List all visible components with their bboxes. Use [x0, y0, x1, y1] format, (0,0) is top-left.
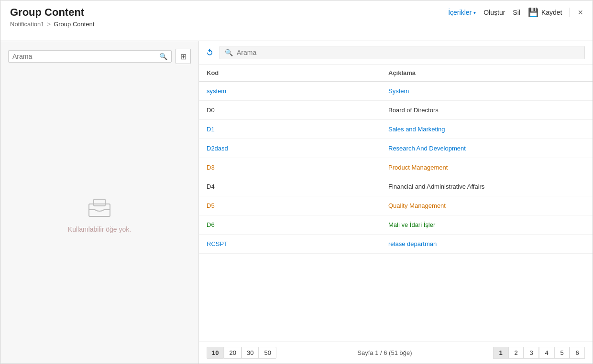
delete-button[interactable]: Sil: [513, 9, 520, 16]
cell-description: Financial and Administrative Affairs: [381, 177, 593, 196]
table-row[interactable]: systemSystem: [199, 82, 593, 101]
right-panel: ↺ 🔍 Kod Açıklama systemSystemD: [199, 41, 593, 364]
data-table-wrap: Kod Açıklama systemSystemD0Board of Dire…: [199, 64, 593, 342]
page-nav-button[interactable]: 4: [539, 347, 554, 359]
create-button[interactable]: Oluştur: [483, 9, 505, 16]
cell-code: D0: [199, 101, 381, 120]
save-icon: 💾: [528, 7, 538, 18]
refresh-button[interactable]: ↺: [207, 47, 214, 58]
cell-code: D2dasd: [199, 139, 381, 158]
cell-code: D4: [199, 177, 381, 196]
page-size-button[interactable]: 50: [259, 347, 276, 359]
refresh-icon: ↺: [204, 46, 216, 59]
table-row[interactable]: RCSPTrelase departman: [199, 235, 593, 254]
empty-inbox-icon: [85, 194, 114, 220]
cell-code: D6: [199, 215, 381, 235]
page-size-button[interactable]: 30: [242, 347, 259, 359]
cell-description: Research And Development: [381, 139, 593, 158]
left-search-wrap: 🔍: [8, 50, 172, 63]
add-icon: ⊞: [180, 52, 187, 61]
table-row[interactable]: D2dasdResearch And Development: [199, 139, 593, 158]
title-actions: İçerikler ▾ Oluştur Sil 💾 Kaydet ×: [448, 7, 583, 18]
cell-code: RCSPT: [199, 235, 381, 254]
table-row[interactable]: D5Quality Management: [199, 196, 593, 215]
page-nav-button[interactable]: 5: [554, 347, 570, 359]
page-title: Group Content: [10, 6, 448, 19]
page-nav-button[interactable]: 6: [570, 347, 585, 359]
right-search-wrap: 🔍: [220, 46, 585, 59]
page-nav-button[interactable]: 2: [508, 347, 524, 359]
save-button[interactable]: 💾 Kaydet: [528, 7, 562, 18]
contents-button[interactable]: İçerikler ▾: [448, 9, 476, 16]
cell-code: D3: [199, 158, 381, 177]
left-search-button[interactable]: 🔍: [159, 53, 167, 60]
table-row[interactable]: D6Mali ve İdari İşler: [199, 215, 593, 235]
cell-description: Product Management: [381, 158, 593, 177]
cell-code: D1: [199, 120, 381, 139]
cell-code: D5: [199, 196, 381, 215]
right-search-icon: 🔍: [225, 49, 233, 56]
page-size-button[interactable]: 10: [207, 347, 224, 359]
page-info: Sayfa 1 / 6 (51 öğe): [276, 349, 493, 356]
contents-label: İçerikler: [448, 9, 472, 16]
left-panel: 🔍 ⊞ Kullanılabilir öğe yok.: [0, 41, 199, 364]
cell-description: Mali ve İdari İşler: [381, 215, 593, 235]
table-row[interactable]: D4Financial and Administrative Affairs: [199, 177, 593, 196]
breadcrumb-current: Group Content: [54, 21, 94, 28]
svg-rect-1: [94, 199, 105, 206]
cell-description: Sales and Marketing: [381, 120, 593, 139]
table-row[interactable]: D3Product Management: [199, 158, 593, 177]
close-button[interactable]: ×: [578, 8, 583, 18]
page-nav-button[interactable]: 3: [524, 347, 539, 359]
breadcrumb-parent: Notification1: [10, 21, 44, 28]
page-size-group: 10203050: [207, 347, 276, 359]
table-row[interactable]: D1Sales and Marketing: [199, 120, 593, 139]
table-row[interactable]: D0Board of Directors: [199, 101, 593, 120]
col-header-description: Açıklama: [381, 64, 593, 82]
cell-description: System: [381, 82, 593, 101]
left-search-bar: 🔍 ⊞: [8, 49, 191, 64]
search-icon: 🔍: [159, 53, 167, 60]
cell-description: Board of Directors: [381, 101, 593, 120]
toolbar-divider: [570, 8, 570, 17]
data-table: Kod Açıklama systemSystemD0Board of Dire…: [199, 64, 593, 254]
left-search-input[interactable]: [12, 53, 159, 60]
main-window: Group Content İçerikler ▾ Oluştur Sil 💾 …: [0, 0, 593, 364]
cell-description: Quality Management: [381, 196, 593, 215]
page-nav: 123456: [493, 347, 585, 359]
table-header-row: Kod Açıklama: [199, 64, 593, 82]
right-search-input[interactable]: [237, 49, 580, 56]
breadcrumb-separator: >: [47, 21, 51, 28]
right-header: ↺ 🔍: [199, 41, 593, 64]
col-header-code: Kod: [199, 64, 381, 82]
cell-code: system: [199, 82, 381, 101]
page-nav-button[interactable]: 1: [493, 347, 508, 359]
chevron-down-icon: ▾: [473, 10, 476, 15]
add-button[interactable]: ⊞: [176, 49, 191, 64]
breadcrumb: Notification1 > Group Content: [10, 21, 94, 28]
content-area: 🔍 ⊞ Kullanılabilir öğe yok.: [0, 41, 593, 364]
page-size-button[interactable]: 20: [224, 347, 241, 359]
cell-description: relase departman: [381, 235, 593, 254]
title-bar-top: Group Content İçerikler ▾ Oluştur Sil 💾 …: [10, 6, 583, 19]
title-bar: Group Content İçerikler ▾ Oluştur Sil 💾 …: [0, 0, 593, 41]
empty-state: Kullanılabilir öğe yok.: [8, 72, 191, 356]
empty-text: Kullanılabilir öğe yok.: [68, 225, 131, 233]
save-label: Kaydet: [541, 9, 562, 16]
pagination-bar: 10203050 Sayfa 1 / 6 (51 öğe) 123456: [199, 342, 593, 364]
